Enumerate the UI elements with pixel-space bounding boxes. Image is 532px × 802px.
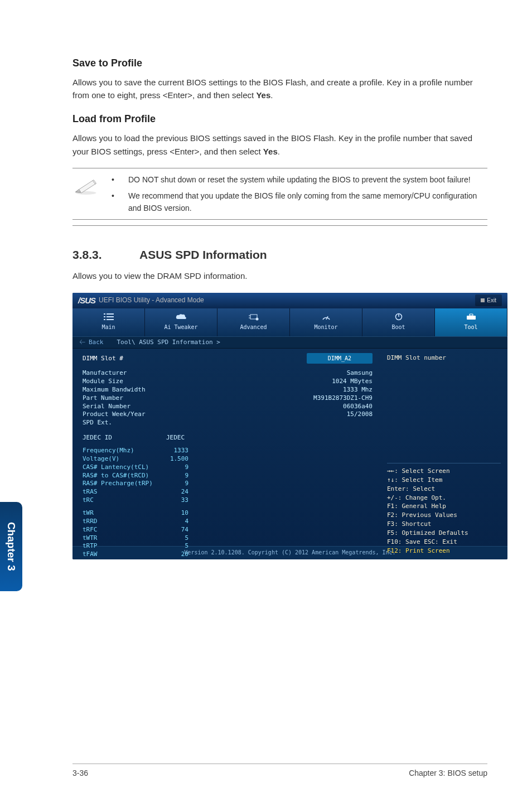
svg-rect-6	[104, 316, 105, 317]
svg-rect-5	[107, 313, 114, 315]
tab-advanced-label: Advanced	[240, 323, 267, 332]
info-row: Part NumberM391B2873DZ1-CH9	[83, 394, 373, 403]
timing-row: tRFC74	[83, 526, 373, 534]
load-profile-yes: Yes	[263, 147, 278, 156]
svg-point-11	[255, 317, 258, 320]
tab-main-label: Main	[101, 323, 115, 332]
chapter-side-tab-label: Chapter 3	[3, 522, 19, 571]
tab-tool[interactable]: Tool	[435, 308, 507, 336]
timing-row: tRRD4	[83, 518, 373, 526]
tab-main[interactable]: Main	[72, 308, 145, 336]
tab-advanced[interactable]: Advanced	[217, 308, 290, 336]
dimm-slot-label: DIMM Slot #	[83, 354, 123, 363]
bullet-icon: •	[112, 190, 128, 214]
info-row: Product Week/Year15/2008	[83, 410, 373, 419]
spd-section-number: 3.8.3.	[72, 246, 139, 264]
save-profile-title: Save to Profile	[72, 56, 487, 71]
toolbox-icon	[466, 313, 476, 321]
svg-rect-17	[467, 316, 476, 320]
exit-icon	[481, 298, 485, 302]
help-line: Enter: Select	[387, 485, 501, 494]
timing-row: RAS# Precharge(tRP)9	[83, 480, 373, 488]
note-item-2: • We recommend that you update the BIOS …	[112, 190, 487, 214]
help-line: F12: Print Screen	[387, 547, 501, 555]
page-number: 3-36	[72, 767, 88, 780]
note-text-1: DO NOT shut down or reset the system whi…	[128, 174, 487, 186]
page-footer-title: Chapter 3: BIOS setup	[409, 767, 487, 780]
spd-section-body: Allows you to view the DRAM SPD informat…	[72, 269, 487, 282]
exit-label: Exit	[487, 296, 496, 305]
load-profile-title: Load from Profile	[72, 112, 487, 127]
note-text-2: We recommend that you update the BIOS fi…	[128, 190, 487, 214]
save-profile-period: .	[270, 90, 273, 100]
info-row: ManufacturerSamsung	[83, 369, 373, 378]
timing-row: tRC33	[83, 496, 373, 505]
timing-row: RAS# to CAS#(tRCD)9	[83, 472, 373, 480]
help-line: ↑↓: Select Item	[387, 476, 501, 485]
jedec-row: JEDEC ID JEDEC	[83, 433, 373, 442]
bios-right-panel: DIMM Slot number →←: Select Screen ↑↓: S…	[380, 349, 507, 546]
breadcrumb-path: Tool\ ASUS SPD Information >	[117, 337, 220, 347]
tab-boot-label: Boot	[391, 323, 405, 332]
tab-tool-label: Tool	[464, 323, 477, 332]
timing-row: tWTR5	[83, 534, 373, 543]
bios-titlebar: /SUS UEFI BIOS Utility - Advanced Mode E…	[72, 293, 507, 308]
help-line: F1: General Help	[387, 502, 501, 511]
save-profile-yes: Yes	[256, 90, 270, 100]
bios-left-panel: DIMM Slot # DIMM_A2 ManufacturerSamsung …	[72, 349, 380, 546]
save-profile-body: Allows you to save the current BIOS sett…	[72, 76, 487, 102]
help-line: F10: Save ESC: Exit	[387, 538, 501, 547]
help-line: F3: Shortcut	[387, 520, 501, 529]
chip-icon	[249, 313, 259, 321]
timing-row: CAS# Lantency(tCL)9	[83, 463, 373, 472]
tab-tweaker-label: Ai Tweaker	[164, 323, 197, 332]
info-row: Serial Number06036a40	[83, 403, 373, 411]
svg-rect-8	[104, 319, 105, 320]
spd-section-title: ASUS SPD Information	[139, 248, 267, 261]
spd-section-heading: 3.8.3.ASUS SPD Information	[72, 246, 487, 264]
cloud-icon	[176, 313, 187, 321]
right-caption: DIMM Slot number	[387, 353, 501, 363]
back-label[interactable]: Back	[89, 337, 104, 347]
tab-tweaker[interactable]: Ai Tweaker	[145, 308, 217, 336]
svg-rect-7	[107, 316, 114, 317]
list-icon	[104, 313, 114, 321]
power-icon	[395, 313, 403, 321]
timing-row: Frequency(Mhz)1333	[83, 447, 373, 455]
svg-rect-18	[470, 314, 473, 316]
note-item-1: • DO NOT shut down or reset the system w…	[112, 174, 487, 186]
page-footer: 3-36 Chapter 3: BIOS setup	[72, 764, 487, 780]
timing-row: Voltage(V)1.500	[83, 455, 373, 463]
gauge-icon	[322, 313, 331, 321]
help-line: F5: Optimized Defaults	[387, 529, 501, 538]
tab-boot[interactable]: Boot	[362, 308, 435, 336]
bullet-icon: •	[112, 174, 128, 186]
help-line: +/-: Change Opt.	[387, 494, 501, 503]
exit-button[interactable]: Exit	[475, 294, 502, 307]
svg-rect-4	[104, 313, 105, 315]
svg-rect-9	[107, 319, 114, 320]
note-box: • DO NOT shut down or reset the system w…	[72, 168, 487, 220]
back-arrow-icon[interactable]: 🡠	[79, 337, 85, 347]
load-profile-body: Allows you to load the previous BIOS set…	[72, 132, 487, 158]
tab-monitor-label: Monitor	[314, 323, 337, 332]
bios-header-text: UEFI BIOS Utility - Advanced Mode	[99, 295, 204, 306]
bios-screenshot: /SUS UEFI BIOS Utility - Advanced Mode E…	[72, 293, 507, 559]
help-line: →←: Select Screen	[387, 467, 501, 476]
note-icon	[72, 177, 99, 196]
breadcrumb: 🡠 Back Tool\ ASUS SPD Information >	[72, 336, 507, 349]
chapter-side-tab: Chapter 3	[0, 502, 22, 591]
info-row: SPD Ext.	[83, 419, 373, 427]
bios-tab-bar: Main Ai Tweaker Advanced Monitor	[72, 308, 507, 336]
dimm-slot-selector[interactable]: DIMM_A2	[307, 353, 373, 364]
timing-row: tRTP5	[83, 542, 373, 550]
timing-row: tWR10	[83, 509, 373, 518]
timing-row: tRAS24	[83, 488, 373, 496]
info-row: Module Size1024 MBytes	[83, 378, 373, 386]
tab-monitor[interactable]: Monitor	[290, 308, 362, 336]
help-line: F2: Previous Values	[387, 511, 501, 520]
info-row: Maximum Bandwidth1333 Mhz	[83, 386, 373, 394]
timing-row: tFAW20	[83, 550, 373, 559]
load-profile-period: .	[278, 147, 280, 156]
asus-logo: /SUS	[78, 294, 95, 307]
